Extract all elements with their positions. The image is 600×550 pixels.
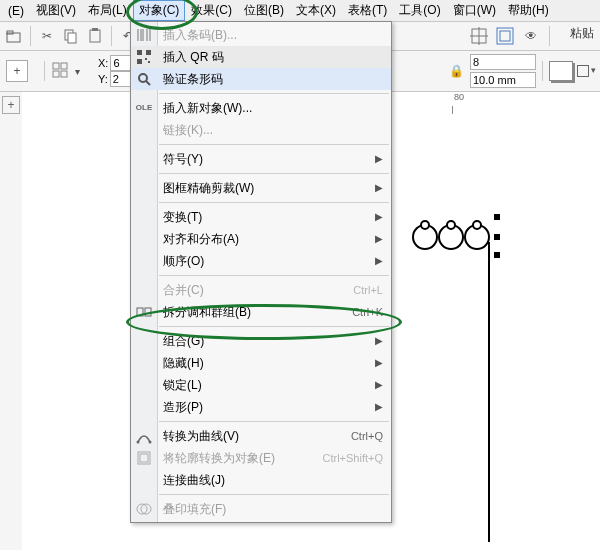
svg-rect-23 [145,58,147,60]
menu-separator [159,421,389,422]
menu-shortcut: Ctrl+K [352,301,383,323]
separator [44,61,45,81]
menu-item-overprint: 叠印填充(F) [131,498,391,520]
menu-item-label: 合并(C) [163,279,204,301]
add-vguide-icon[interactable]: + [2,96,20,114]
separator [30,26,31,46]
x-label: X: [98,56,108,70]
svg-rect-20 [137,50,142,55]
menu-item-lock[interactable]: 锁定(L)▶ [131,374,391,396]
menu-item-symbols[interactable]: 符号(Y)▶ [131,148,391,170]
menu-item-位图b[interactable]: 位图(B) [238,0,290,21]
y-label: Y: [98,72,108,86]
menu-item-group[interactable]: 组合(G)▶ [131,330,391,352]
object-menu-dropdown: 插入条码(B)...插入 QR 码验证条形码OLE插入新对象(W)...链接(K… [130,21,392,523]
separator [549,26,550,46]
menu-item-shape[interactable]: 造形(P)▶ [131,396,391,418]
menu-separator [159,144,389,145]
snap-icon[interactable] [469,26,489,46]
menu-separator [159,326,389,327]
menu-item-视图v[interactable]: 视图(V) [30,0,82,21]
paste-icon[interactable] [85,26,105,46]
svg-rect-11 [53,63,59,69]
svg-rect-13 [53,71,59,77]
submenu-arrow-icon: ▶ [375,374,383,396]
menu-item-outline_to_obj: 将轮廓转换为对象(E)Ctrl+Shift+Q [131,447,391,469]
submenu-arrow-icon: ▶ [375,206,383,228]
menu-item-powerclip[interactable]: 图框精确剪裁(W)▶ [131,177,391,199]
canvas-object-ring[interactable] [464,224,490,250]
svg-rect-21 [146,50,151,55]
menu-item-combine: 合并(C)Ctrl+L [131,279,391,301]
menu-item-窗口w[interactable]: 窗口(W) [447,0,502,21]
menu-item-insert_qr[interactable]: 插入 QR 码 [131,46,391,68]
menu-item-label: 变换(T) [163,206,202,228]
menu-item-transform[interactable]: 变换(T)▶ [131,206,391,228]
menu-item-new_object[interactable]: OLE插入新对象(W)... [131,97,391,119]
bounds-icon[interactable] [495,26,515,46]
selection-handle[interactable] [494,252,500,258]
menu-item-label: 验证条形码 [163,68,223,90]
svg-rect-9 [497,28,513,44]
width-input[interactable] [470,54,536,70]
curve-icon [135,427,153,445]
canvas-object-line[interactable] [488,242,490,542]
selection-handle[interactable] [494,234,500,240]
menu-item-布局l[interactable]: 布局(L) [82,0,133,21]
svg-point-25 [139,74,147,82]
svg-rect-10 [500,31,510,41]
menu-item-工具o[interactable]: 工具(O) [393,0,446,21]
svg-rect-32 [140,454,148,462]
menu-item-label: 对齐和分布(A) [163,228,239,250]
svg-rect-3 [68,33,76,43]
submenu-arrow-icon: ▶ [375,352,383,374]
menu-item-links: 链接(K)... [131,119,391,141]
outline-icon [135,449,153,467]
menu-item-帮助h[interactable]: 帮助(H) [502,0,555,21]
svg-rect-22 [137,59,142,64]
copy-icon[interactable] [61,26,81,46]
menu-item-e[interactable]: (E) [2,2,30,20]
menu-item-label: 锁定(L) [163,374,202,396]
cut-icon[interactable]: ✂ [37,26,57,46]
submenu-arrow-icon: ▶ [375,177,383,199]
sq-icon[interactable] [577,65,589,77]
menu-item-hide[interactable]: 隐藏(H)▶ [131,352,391,374]
size-fields [470,54,536,88]
separator [111,26,112,46]
menu-item-label: 插入条码(B)... [163,24,237,46]
menu-item-order[interactable]: 顺序(O)▶ [131,250,391,272]
svg-rect-5 [92,28,98,31]
svg-rect-24 [148,61,150,63]
barcode-icon [135,26,153,44]
menu-item-connect[interactable]: 连接曲线(J) [131,469,391,491]
paste-label: 粘贴 [570,25,594,42]
lock-ratio-icon[interactable]: 🔒 [446,61,466,81]
canvas-object-ring[interactable] [412,224,438,250]
menu-item-verify_barcode[interactable]: 验证条形码 [131,68,391,90]
menu-shortcut: Ctrl+Q [351,425,383,447]
add-page-button[interactable]: + [6,60,28,82]
menu-separator [159,202,389,203]
menu-item-表格t[interactable]: 表格(T) [342,0,393,21]
visibility-icon[interactable]: 👁 [521,26,541,46]
menu-item-效果c[interactable]: 效果(C) [185,0,238,21]
overlap-icon[interactable] [549,61,573,81]
height-input[interactable] [470,72,536,88]
grid-icon[interactable] [51,61,71,81]
open-icon[interactable] [4,26,24,46]
selection-handle[interactable] [494,214,500,220]
menu-item-to_curves[interactable]: 转换为曲线(V)Ctrl+Q [131,425,391,447]
svg-point-30 [149,441,152,444]
menu-separator [159,275,389,276]
canvas-object-ring[interactable] [438,224,464,250]
menu-item-label: 顺序(O) [163,250,204,272]
menu-shortcut: Ctrl+Shift+Q [322,447,383,469]
separator [542,61,543,81]
break-icon [135,303,153,321]
menu-item-对象c[interactable]: 对象(C) [133,0,186,21]
menu-item-breakapart[interactable]: 拆分调和群组(B)Ctrl+K [131,301,391,323]
menu-item-文本x[interactable]: 文本(X) [290,0,342,21]
menu-item-align[interactable]: 对齐和分布(A)▶ [131,228,391,250]
menu-item-label: 链接(K)... [163,119,213,141]
